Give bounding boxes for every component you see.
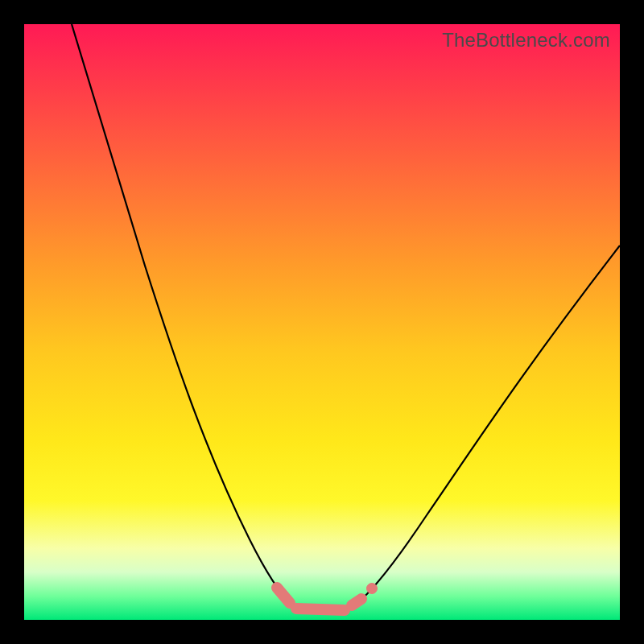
curve-left-path: [72, 24, 292, 605]
marker-seg-3: [352, 599, 361, 605]
chart-frame: TheBottleneck.com: [0, 0, 644, 644]
marker-dot-4: [367, 584, 378, 594]
marker-seg-1: [277, 588, 290, 603]
curve-svg: [24, 24, 620, 620]
chart-plot-area: TheBottleneck.com: [24, 24, 620, 620]
marker-seg-2: [296, 609, 345, 610]
curve-right-path: [353, 246, 620, 607]
marker-group: [277, 584, 378, 611]
